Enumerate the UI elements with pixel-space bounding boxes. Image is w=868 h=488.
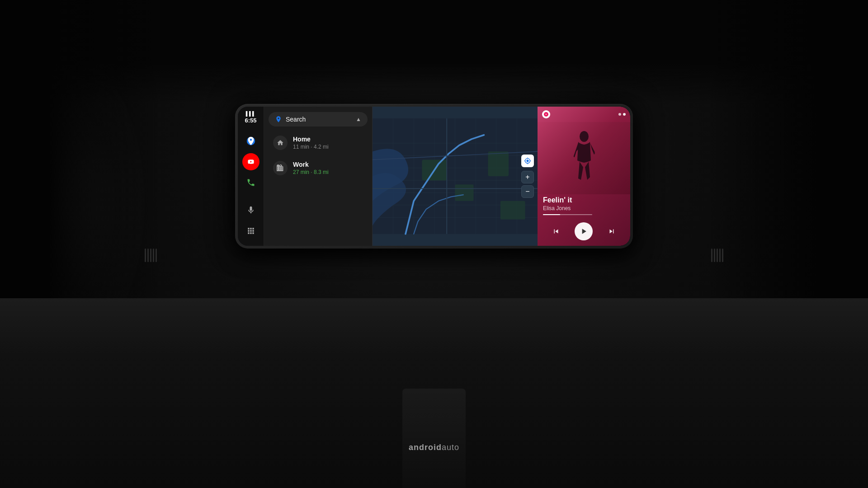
song-info: Feelin' it Elisa Jones <box>538 194 630 219</box>
sidebar-youtube-icon[interactable] <box>242 153 259 170</box>
home-info: Home 11 min · 4.2 mi <box>293 136 363 150</box>
map-area[interactable]: + − <box>373 107 538 246</box>
vent-right <box>711 249 723 262</box>
zoom-in-button[interactable]: + <box>521 171 534 183</box>
svg-rect-19 <box>500 201 525 220</box>
header-dot-1 <box>618 113 621 116</box>
music-header-controls <box>618 113 626 116</box>
vent-left <box>145 249 157 262</box>
playback-controls <box>538 219 630 246</box>
sidebar-maps-icon[interactable] <box>242 132 259 150</box>
map-svg <box>373 107 538 246</box>
clock-display: 6:55 <box>245 117 256 124</box>
svg-point-24 <box>580 131 589 142</box>
work-title: Work <box>293 161 363 168</box>
screen-bezel: ▌▌▌ 6:55 <box>238 107 630 246</box>
svg-rect-17 <box>455 184 474 201</box>
sidebar: ▌▌▌ 6:55 <box>238 107 264 246</box>
screen-content: ▌▌▌ 6:55 <box>238 107 630 246</box>
svg-rect-18 <box>488 151 509 176</box>
location-button[interactable] <box>521 155 534 167</box>
map-background <box>373 107 538 246</box>
home-title: Home <box>293 136 363 143</box>
work-icon <box>273 161 288 175</box>
home-subtitle: 11 min · 4.2 mi <box>293 144 363 150</box>
search-label: Search <box>286 116 352 123</box>
music-card-header <box>538 107 630 122</box>
screen-housing: ▌▌▌ 6:55 <box>235 104 633 249</box>
home-icon <box>273 136 288 150</box>
sidebar-mic-icon[interactable] <box>242 202 259 219</box>
header-dot-close <box>623 113 626 116</box>
nav-item-home[interactable]: Home 11 min · 4.2 mi <box>267 131 369 155</box>
skip-forward-button[interactable] <box>604 224 619 239</box>
android-auto-android: android <box>409 443 442 452</box>
work-subtitle: 27 min · 8.3 mi <box>293 169 363 175</box>
figure-silhouette <box>568 127 600 190</box>
music-service-icon <box>542 110 550 118</box>
zoom-out-button[interactable]: − <box>521 185 534 198</box>
sidebar-phone-icon[interactable] <box>242 174 259 191</box>
work-info: Work 27 min · 8.3 mi <box>293 161 363 175</box>
maps-logo-search <box>275 116 282 123</box>
progress-bar <box>543 214 592 215</box>
song-title: Feelin' it <box>543 196 625 204</box>
skip-back-button[interactable] <box>548 224 564 239</box>
nav-panel: Search ▲ Home 11 min · 4.2 mi <box>264 107 373 246</box>
device-holder: androidauto <box>402 389 466 488</box>
search-bar[interactable]: Search ▲ <box>269 112 368 127</box>
sidebar-apps-icon[interactable] <box>242 222 259 239</box>
nav-item-work[interactable]: Work 27 min · 8.3 mi <box>267 156 369 180</box>
play-pause-button[interactable] <box>575 222 593 240</box>
search-chevron-icon: ▲ <box>356 116 361 122</box>
android-auto-auto: auto <box>442 443 459 452</box>
music-card[interactable]: Feelin' it Elisa Jones <box>538 107 630 246</box>
progress-fill <box>543 214 560 215</box>
map-controls: + − <box>521 155 534 198</box>
signal-indicator: ▌▌▌ <box>245 111 256 116</box>
album-art <box>538 122 630 194</box>
song-artist: Elisa Jones <box>543 205 625 211</box>
